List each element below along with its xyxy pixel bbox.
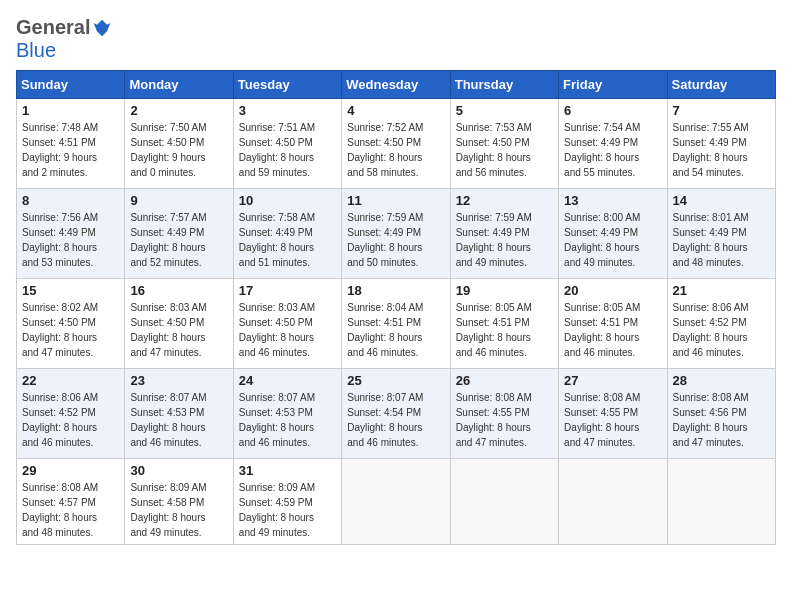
day-number: 21 bbox=[673, 283, 770, 298]
day-number: 19 bbox=[456, 283, 553, 298]
calendar-cell: 13Sunrise: 8:00 AMSunset: 4:49 PMDayligh… bbox=[559, 189, 667, 279]
weekday-header: Sunday bbox=[17, 71, 125, 99]
day-number: 9 bbox=[130, 193, 227, 208]
calendar-cell: 19Sunrise: 8:05 AMSunset: 4:51 PMDayligh… bbox=[450, 279, 558, 369]
day-number: 25 bbox=[347, 373, 444, 388]
weekday-header: Monday bbox=[125, 71, 233, 99]
day-info: Sunrise: 8:08 AMSunset: 4:56 PMDaylight:… bbox=[673, 390, 770, 450]
weekday-header: Friday bbox=[559, 71, 667, 99]
day-info: Sunrise: 8:07 AMSunset: 4:54 PMDaylight:… bbox=[347, 390, 444, 450]
day-info: Sunrise: 8:09 AMSunset: 4:59 PMDaylight:… bbox=[239, 480, 336, 540]
day-number: 14 bbox=[673, 193, 770, 208]
day-number: 8 bbox=[22, 193, 119, 208]
calendar-cell: 5Sunrise: 7:53 AMSunset: 4:50 PMDaylight… bbox=[450, 99, 558, 189]
calendar-cell: 9Sunrise: 7:57 AMSunset: 4:49 PMDaylight… bbox=[125, 189, 233, 279]
day-info: Sunrise: 7:58 AMSunset: 4:49 PMDaylight:… bbox=[239, 210, 336, 270]
calendar-week-row: 29Sunrise: 8:08 AMSunset: 4:57 PMDayligh… bbox=[17, 459, 776, 545]
day-number: 30 bbox=[130, 463, 227, 478]
calendar-week-row: 15Sunrise: 8:02 AMSunset: 4:50 PMDayligh… bbox=[17, 279, 776, 369]
logo-blue-text: Blue bbox=[16, 39, 56, 61]
day-info: Sunrise: 7:57 AMSunset: 4:49 PMDaylight:… bbox=[130, 210, 227, 270]
logo: General Blue bbox=[16, 16, 112, 62]
calendar-cell: 8Sunrise: 7:56 AMSunset: 4:49 PMDaylight… bbox=[17, 189, 125, 279]
calendar-cell: 16Sunrise: 8:03 AMSunset: 4:50 PMDayligh… bbox=[125, 279, 233, 369]
calendar-cell: 10Sunrise: 7:58 AMSunset: 4:49 PMDayligh… bbox=[233, 189, 341, 279]
calendar-cell: 31Sunrise: 8:09 AMSunset: 4:59 PMDayligh… bbox=[233, 459, 341, 545]
day-info: Sunrise: 7:48 AMSunset: 4:51 PMDaylight:… bbox=[22, 120, 119, 180]
day-info: Sunrise: 8:08 AMSunset: 4:57 PMDaylight:… bbox=[22, 480, 119, 540]
logo-icon bbox=[92, 18, 112, 38]
calendar-cell: 26Sunrise: 8:08 AMSunset: 4:55 PMDayligh… bbox=[450, 369, 558, 459]
day-info: Sunrise: 7:56 AMSunset: 4:49 PMDaylight:… bbox=[22, 210, 119, 270]
calendar-cell: 4Sunrise: 7:52 AMSunset: 4:50 PMDaylight… bbox=[342, 99, 450, 189]
calendar-body: 1Sunrise: 7:48 AMSunset: 4:51 PMDaylight… bbox=[17, 99, 776, 545]
calendar-cell: 18Sunrise: 8:04 AMSunset: 4:51 PMDayligh… bbox=[342, 279, 450, 369]
day-number: 24 bbox=[239, 373, 336, 388]
calendar-cell: 22Sunrise: 8:06 AMSunset: 4:52 PMDayligh… bbox=[17, 369, 125, 459]
calendar-cell: 23Sunrise: 8:07 AMSunset: 4:53 PMDayligh… bbox=[125, 369, 233, 459]
day-info: Sunrise: 7:54 AMSunset: 4:49 PMDaylight:… bbox=[564, 120, 661, 180]
calendar-cell: 17Sunrise: 8:03 AMSunset: 4:50 PMDayligh… bbox=[233, 279, 341, 369]
day-number: 18 bbox=[347, 283, 444, 298]
day-number: 7 bbox=[673, 103, 770, 118]
calendar-cell: 21Sunrise: 8:06 AMSunset: 4:52 PMDayligh… bbox=[667, 279, 775, 369]
day-info: Sunrise: 8:03 AMSunset: 4:50 PMDaylight:… bbox=[130, 300, 227, 360]
day-number: 20 bbox=[564, 283, 661, 298]
calendar-header-row: SundayMondayTuesdayWednesdayThursdayFrid… bbox=[17, 71, 776, 99]
weekday-header: Wednesday bbox=[342, 71, 450, 99]
day-info: Sunrise: 8:09 AMSunset: 4:58 PMDaylight:… bbox=[130, 480, 227, 540]
day-number: 15 bbox=[22, 283, 119, 298]
calendar-cell bbox=[342, 459, 450, 545]
day-number: 1 bbox=[22, 103, 119, 118]
day-number: 3 bbox=[239, 103, 336, 118]
day-info: Sunrise: 8:06 AMSunset: 4:52 PMDaylight:… bbox=[673, 300, 770, 360]
weekday-header: Saturday bbox=[667, 71, 775, 99]
day-number: 22 bbox=[22, 373, 119, 388]
day-number: 10 bbox=[239, 193, 336, 208]
day-info: Sunrise: 8:08 AMSunset: 4:55 PMDaylight:… bbox=[564, 390, 661, 450]
calendar-cell: 29Sunrise: 8:08 AMSunset: 4:57 PMDayligh… bbox=[17, 459, 125, 545]
day-number: 27 bbox=[564, 373, 661, 388]
day-info: Sunrise: 8:02 AMSunset: 4:50 PMDaylight:… bbox=[22, 300, 119, 360]
calendar-week-row: 1Sunrise: 7:48 AMSunset: 4:51 PMDaylight… bbox=[17, 99, 776, 189]
day-info: Sunrise: 7:55 AMSunset: 4:49 PMDaylight:… bbox=[673, 120, 770, 180]
calendar-cell: 6Sunrise: 7:54 AMSunset: 4:49 PMDaylight… bbox=[559, 99, 667, 189]
day-info: Sunrise: 8:01 AMSunset: 4:49 PMDaylight:… bbox=[673, 210, 770, 270]
day-info: Sunrise: 7:53 AMSunset: 4:50 PMDaylight:… bbox=[456, 120, 553, 180]
day-number: 31 bbox=[239, 463, 336, 478]
day-info: Sunrise: 8:08 AMSunset: 4:55 PMDaylight:… bbox=[456, 390, 553, 450]
day-number: 26 bbox=[456, 373, 553, 388]
calendar-cell: 3Sunrise: 7:51 AMSunset: 4:50 PMDaylight… bbox=[233, 99, 341, 189]
calendar-cell: 27Sunrise: 8:08 AMSunset: 4:55 PMDayligh… bbox=[559, 369, 667, 459]
calendar-cell: 1Sunrise: 7:48 AMSunset: 4:51 PMDaylight… bbox=[17, 99, 125, 189]
day-number: 16 bbox=[130, 283, 227, 298]
day-number: 6 bbox=[564, 103, 661, 118]
calendar-cell: 28Sunrise: 8:08 AMSunset: 4:56 PMDayligh… bbox=[667, 369, 775, 459]
calendar-cell bbox=[450, 459, 558, 545]
day-number: 29 bbox=[22, 463, 119, 478]
day-number: 17 bbox=[239, 283, 336, 298]
day-info: Sunrise: 8:05 AMSunset: 4:51 PMDaylight:… bbox=[564, 300, 661, 360]
day-info: Sunrise: 8:04 AMSunset: 4:51 PMDaylight:… bbox=[347, 300, 444, 360]
calendar-cell bbox=[559, 459, 667, 545]
calendar-week-row: 8Sunrise: 7:56 AMSunset: 4:49 PMDaylight… bbox=[17, 189, 776, 279]
calendar-cell: 30Sunrise: 8:09 AMSunset: 4:58 PMDayligh… bbox=[125, 459, 233, 545]
day-number: 11 bbox=[347, 193, 444, 208]
calendar-cell bbox=[667, 459, 775, 545]
calendar-cell: 20Sunrise: 8:05 AMSunset: 4:51 PMDayligh… bbox=[559, 279, 667, 369]
calendar-week-row: 22Sunrise: 8:06 AMSunset: 4:52 PMDayligh… bbox=[17, 369, 776, 459]
day-number: 12 bbox=[456, 193, 553, 208]
calendar: SundayMondayTuesdayWednesdayThursdayFrid… bbox=[16, 70, 776, 545]
calendar-cell: 11Sunrise: 7:59 AMSunset: 4:49 PMDayligh… bbox=[342, 189, 450, 279]
day-number: 23 bbox=[130, 373, 227, 388]
day-info: Sunrise: 7:59 AMSunset: 4:49 PMDaylight:… bbox=[347, 210, 444, 270]
logo-general-text: General bbox=[16, 16, 90, 39]
day-info: Sunrise: 8:07 AMSunset: 4:53 PMDaylight:… bbox=[239, 390, 336, 450]
day-info: Sunrise: 8:00 AMSunset: 4:49 PMDaylight:… bbox=[564, 210, 661, 270]
day-number: 2 bbox=[130, 103, 227, 118]
calendar-cell: 12Sunrise: 7:59 AMSunset: 4:49 PMDayligh… bbox=[450, 189, 558, 279]
day-number: 28 bbox=[673, 373, 770, 388]
day-info: Sunrise: 8:05 AMSunset: 4:51 PMDaylight:… bbox=[456, 300, 553, 360]
day-info: Sunrise: 7:52 AMSunset: 4:50 PMDaylight:… bbox=[347, 120, 444, 180]
calendar-cell: 25Sunrise: 8:07 AMSunset: 4:54 PMDayligh… bbox=[342, 369, 450, 459]
